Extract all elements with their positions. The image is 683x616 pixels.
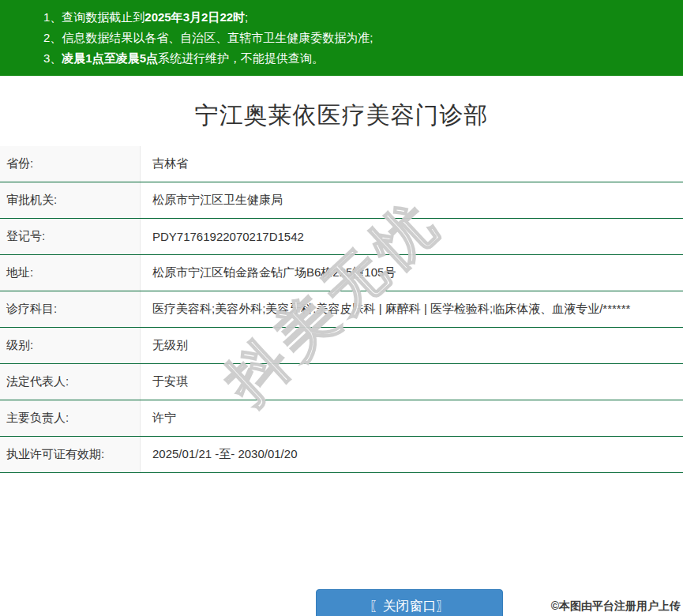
- notice-2-number: 2、: [43, 31, 62, 44]
- notice-line-1: 1、查询数据截止到2025年3月2日22时;: [43, 7, 675, 28]
- row-value: 许宁: [141, 400, 683, 436]
- row-label: 执业许可证有效期:: [0, 437, 141, 472]
- table-row-medical-subjects: 诊疗科目: 医疗美容科;美容外科;美容牙科;美容皮肤科 | 麻醉科 | 医学检验…: [0, 291, 683, 328]
- row-label: 省份:: [0, 146, 141, 182]
- institution-info-table: 省份: 吉林省 审批机关: 松原市宁江区卫生健康局 登记号: PDY717619…: [0, 146, 683, 473]
- table-row-main-responsible-person: 主要负责人: 许宁: [0, 400, 683, 437]
- notice-2-text: 信息数据结果以各省、自治区、直辖市卫生健康委数据为准;: [62, 31, 373, 44]
- notice-1-text: 查询数据截止到: [62, 10, 144, 24]
- table-row-license-validity: 执业许可证有效期: 2025/01/21 -至- 2030/01/20: [0, 437, 683, 473]
- row-value: 2025/01/21 -至- 2030/01/20: [141, 437, 683, 472]
- table-row-province: 省份: 吉林省: [0, 146, 683, 182]
- notice-line-3: 3、凌晨1点至凌晨5点系统进行维护，不能提供查询。: [43, 48, 675, 69]
- notice-1-number: 1、: [43, 10, 62, 24]
- row-label: 级别:: [0, 328, 141, 363]
- row-value: 松原市宁江区卫生健康局: [141, 182, 683, 218]
- row-label: 主要负责人:: [0, 400, 141, 436]
- copyright-note: ©本图由平台注册用户上传: [551, 599, 681, 614]
- row-value: 无级别: [141, 328, 683, 363]
- table-row-approval-authority: 审批机关: 松原市宁江区卫生健康局: [0, 182, 683, 219]
- close-window-button[interactable]: 〖关闭窗口〗: [316, 589, 503, 616]
- row-label: 诊疗科目:: [0, 291, 141, 327]
- page-title: 宁江奥莱依医疗美容门诊部: [0, 76, 683, 146]
- notice-3-suffix: 系统进行维护，不能提供查询。: [158, 51, 324, 65]
- row-value: 医疗美容科;美容外科;美容牙科;美容皮肤科 | 麻醉科 | 医学检验科;临床体液…: [141, 291, 683, 327]
- notice-line-2: 2、信息数据结果以各省、自治区、直辖市卫生健康委数据为准;: [43, 28, 675, 48]
- notice-bar: 1、查询数据截止到2025年3月2日22时; 2、信息数据结果以各省、自治区、直…: [0, 0, 683, 76]
- row-value: 吉林省: [141, 146, 683, 182]
- table-row-address: 地址: 松原市宁江区铂金路金钻广场B6栋225幢105号: [0, 255, 683, 291]
- notice-3-bold: 凌晨1点至凌晨5点: [62, 51, 158, 65]
- row-label: 登记号:: [0, 219, 141, 254]
- row-value: 于安琪: [141, 364, 683, 400]
- notice-3-number: 3、: [43, 51, 62, 65]
- row-value: 松原市宁江区铂金路金钻广场B6栋225幢105号: [141, 255, 683, 291]
- row-value: PDY71761922070217D1542: [141, 219, 683, 254]
- row-label: 地址:: [0, 255, 141, 291]
- notice-1-bold: 2025年3月2日22时: [144, 10, 245, 24]
- table-row-legal-representative: 法定代表人: 于安琪: [0, 364, 683, 400]
- table-row-registration-number: 登记号: PDY71761922070217D1542: [0, 219, 683, 255]
- row-label: 法定代表人:: [0, 364, 141, 400]
- table-row-level: 级别: 无级别: [0, 328, 683, 364]
- row-label: 审批机关:: [0, 182, 141, 218]
- notice-1-suffix: ;: [245, 10, 248, 24]
